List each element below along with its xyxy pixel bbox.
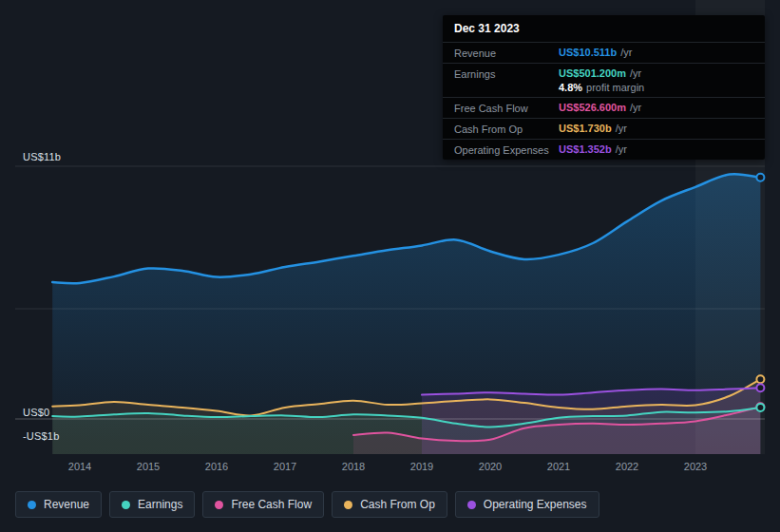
- legend-label-operating-expenses: Operating Expenses: [484, 498, 587, 511]
- tooltip-row-cash-from-op: Cash From Op US$1.730b/yr: [443, 119, 765, 140]
- x-axis-label-2015: 2015: [137, 461, 160, 472]
- legend: Revenue Earnings Free Cash Flow Cash Fro…: [15, 491, 599, 518]
- tooltip-value-revenue: US$10.511b: [559, 47, 617, 58]
- legend-dot-cash-from-op: [344, 501, 352, 509]
- tooltip-label-revenue: Revenue: [454, 47, 559, 59]
- legend-item-free-cash-flow[interactable]: Free Cash Flow: [202, 491, 324, 518]
- y-axis-label-11b: US$11b: [23, 151, 61, 162]
- legend-dot-revenue: [28, 501, 36, 509]
- profit-margin-label: profit margin: [586, 82, 644, 93]
- legend-item-earnings[interactable]: Earnings: [109, 491, 195, 518]
- tooltip-row-operating-expenses: Operating Expenses US$1.352b/yr: [443, 140, 765, 160]
- tooltip-label-free-cash-flow: Free Cash Flow: [454, 102, 559, 114]
- tooltip-value-operating-expenses: US$1.352b: [559, 143, 612, 155]
- x-axis-label-2019: 2019: [410, 461, 433, 472]
- legend-dot-operating-expenses: [467, 501, 476, 509]
- data-tooltip-panel: Dec 31 2023 Revenue US$10.511b/yr Earnin…: [443, 15, 765, 160]
- x-axis-label-2022: 2022: [616, 461, 638, 472]
- y-axis-label-neg1b: -US$1b: [23, 430, 60, 442]
- legend-dot-free-cash-flow: [215, 501, 223, 509]
- tooltip-date: Dec 31 2023: [443, 15, 765, 43]
- x-axis-label-2018: 2018: [342, 461, 365, 472]
- tooltip-label-earnings: Earnings: [454, 67, 559, 80]
- x-axis-label-2020: 2020: [479, 461, 502, 472]
- tooltip-row-earnings: Earnings US$501.200m/yr 4.8%profit margi…: [443, 64, 765, 98]
- legend-label-earnings: Earnings: [138, 498, 182, 511]
- tooltip-label-operating-expenses: Operating Expenses: [454, 143, 559, 156]
- legend-item-revenue[interactable]: Revenue: [15, 491, 102, 518]
- tooltip-value-earnings: US$501.200m: [559, 67, 626, 79]
- tooltip-unit: /yr: [616, 123, 627, 134]
- financial-history-chart-panel: US$11b US$0 -US$1b 2014 2015 2016 2017 2…: [0, 0, 780, 532]
- tooltip-value-free-cash-flow: US$526.600m: [559, 102, 626, 113]
- tooltip-label-cash-from-op: Cash From Op: [454, 123, 559, 135]
- profit-margin-value: 4.8%: [559, 82, 582, 93]
- profit-margin-note: 4.8%profit margin: [559, 82, 644, 93]
- legend-dot-earnings: [122, 501, 130, 509]
- tooltip-unit: /yr: [630, 102, 641, 113]
- x-axis-label-2016: 2016: [205, 461, 228, 472]
- tooltip-unit: /yr: [620, 47, 632, 58]
- legend-label-free-cash-flow: Free Cash Flow: [231, 498, 312, 511]
- x-axis-label-2014: 2014: [68, 461, 91, 472]
- legend-label-revenue: Revenue: [44, 498, 89, 511]
- tooltip-unit: /yr: [616, 143, 627, 155]
- x-axis-label-2023: 2023: [684, 461, 707, 472]
- legend-item-cash-from-op[interactable]: Cash From Op: [332, 491, 447, 518]
- legend-item-operating-expenses[interactable]: Operating Expenses: [455, 491, 599, 518]
- x-axis-label-2021: 2021: [547, 461, 570, 472]
- x-axis-label-2017: 2017: [274, 461, 296, 472]
- tooltip-value-cash-from-op: US$1.730b: [559, 123, 612, 134]
- legend-label-cash-from-op: Cash From Op: [360, 498, 435, 511]
- tooltip-row-revenue: Revenue US$10.511b/yr: [443, 43, 765, 64]
- tooltip-row-free-cash-flow: Free Cash Flow US$526.600m/yr: [443, 98, 765, 119]
- tooltip-unit: /yr: [630, 67, 641, 79]
- y-axis-label-zero: US$0: [23, 407, 49, 418]
